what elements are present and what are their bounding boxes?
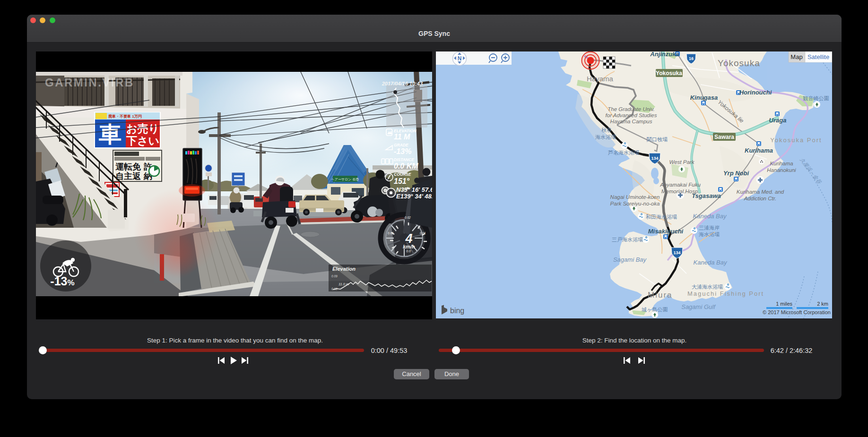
svg-text:城ヶ島公園: 城ヶ島公園 (641, 307, 668, 312)
svg-text:三浦海岸: 三浦海岸 (699, 225, 720, 231)
svg-text:Sawara: Sawara (714, 134, 734, 140)
svg-text:Yokosuka Port: Yokosuka Port (770, 137, 822, 144)
svg-text:West Park: West Park (669, 159, 695, 165)
svg-text:0.01: 0.01 (388, 231, 394, 235)
svg-text:Horinouchi: Horinouchi (739, 89, 772, 96)
svg-text:Hayama Campus: Hayama Campus (610, 119, 652, 124)
svg-text:Sagami Bay: Sagami Bay (613, 256, 647, 263)
svg-text:Map: Map (790, 53, 802, 60)
svg-text:車: 車 (98, 121, 122, 146)
svg-text:Kurihama: Kurihama (745, 147, 773, 154)
svg-text:km/h: km/h (403, 244, 415, 249)
svg-text:16: 16 (689, 56, 694, 61)
svg-text:GRADE: GRADE (394, 143, 408, 147)
svg-text:Kaneda Bay: Kaneda Bay (693, 213, 727, 220)
svg-text:0.0 KM: 0.0 KM (394, 162, 418, 170)
svg-text:11 M: 11 M (394, 133, 410, 141)
svg-text:1 miles: 1 miles (776, 301, 792, 307)
svg-text:Yrp Nobi: Yrp Nobi (723, 170, 749, 177)
svg-text:下さい: 下さい (126, 135, 159, 147)
svg-text:三戸海水浴場: 三戸海水浴場 (612, 237, 643, 242)
svg-text:Addiction Ctr.: Addiction Ctr. (744, 196, 777, 201)
svg-text:運転免: 運転免 (115, 162, 141, 171)
svg-text:海水浴場: 海水浴場 (699, 231, 720, 237)
svg-text:0.02: 0.02 (405, 216, 411, 219)
svg-text:Anjinzuka: Anjinzuka (650, 51, 679, 58)
svg-text:観音崎公園: 観音崎公園 (803, 95, 829, 101)
svg-text:Park Soreiyu-no-oka: Park Soreiyu-no-oka (610, 201, 660, 206)
svg-text:DISTANCE: DISTANCE (394, 157, 414, 162)
svg-text:海水浴場: 海水浴場 (595, 134, 616, 140)
svg-text:Maguchi Fishing Port: Maguchi Fishing Port (687, 290, 764, 297)
svg-text:COURSE: COURSE (394, 172, 411, 177)
svg-text:GARMIN.VIRB: GARMIN.VIRB (45, 76, 134, 89)
svg-text:関口牧場: 関口牧場 (647, 137, 668, 142)
svg-text:134: 134 (651, 156, 658, 161)
svg-text:Elevation: Elevation (332, 266, 356, 272)
svg-text:芦名海水浴場: 芦名海水浴場 (608, 150, 639, 155)
svg-text:N: N (458, 55, 462, 62)
svg-text:E139° 34' 48.2: E139° 34' 48.2 (396, 193, 432, 200)
svg-text:-13%: -13% (394, 147, 411, 155)
svg-text:Yokosuka: Yokosuka (718, 58, 760, 68)
svg-text:自主返: 自主返 (115, 171, 141, 181)
svg-text:0.0: 0.0 (406, 249, 411, 253)
svg-text:Hananokuni: Hananokuni (767, 167, 796, 173)
svg-text:0.09: 0.09 (331, 274, 338, 278)
svg-text:N35° 16' 57.6: N35° 16' 57.6 (396, 186, 432, 193)
svg-text:Hayama: Hayama (587, 75, 614, 83)
svg-text:Kaneda Bay: Kaneda Bay (694, 259, 728, 266)
svg-text:ヘアーサロン 石巻: ヘアーサロン 石巻 (331, 178, 359, 181)
svg-text:0.01: 0.01 (420, 231, 426, 235)
svg-text:134: 134 (673, 250, 680, 255)
svg-text:Miura: Miura (648, 291, 673, 300)
svg-text:和田海水浴場: 和田海水浴場 (646, 214, 677, 220)
svg-text:Kurihama: Kurihama (770, 161, 793, 166)
svg-text:大浦海水浴場: 大浦海水浴場 (692, 284, 723, 290)
svg-text:Kinugasa: Kinugasa (690, 94, 718, 101)
svg-text:2 km: 2 km (817, 301, 828, 307)
svg-text:Kurihama Med. and: Kurihama Med. and (737, 189, 784, 195)
svg-text:Aoyamakai Fuku: Aoyamakai Fuku (660, 182, 701, 188)
svg-text:for Advanced Studies: for Advanced Studies (606, 112, 657, 118)
svg-text:The Graduate Univ.: The Graduate Univ. (608, 106, 655, 112)
svg-text:bing: bing (450, 307, 464, 315)
svg-text:Memorial.Hosp.: Memorial.Hosp. (661, 189, 700, 194)
svg-text:秋谷: 秋谷 (601, 127, 612, 133)
svg-text:151°: 151° (394, 177, 410, 185)
svg-text:Sagami Gulf: Sagami Gulf (681, 303, 716, 310)
svg-text:Misakiguchi: Misakiguchi (648, 228, 684, 235)
svg-text:廃車・不要車 1万円: 廃車・不要車 1万円 (108, 114, 142, 119)
svg-text:11.0 m: 11.0 m (339, 282, 349, 286)
svg-text:Nagai Uminote-koen: Nagai Uminote-koen (610, 194, 660, 200)
svg-text:Yokosuka: Yokosuka (656, 70, 682, 77)
svg-text:© 2017 Microsoft Corporation: © 2017 Microsoft Corporation (763, 309, 831, 315)
svg-text:Uraga: Uraga (769, 117, 787, 124)
svg-text:Satellite: Satellite (807, 53, 829, 60)
